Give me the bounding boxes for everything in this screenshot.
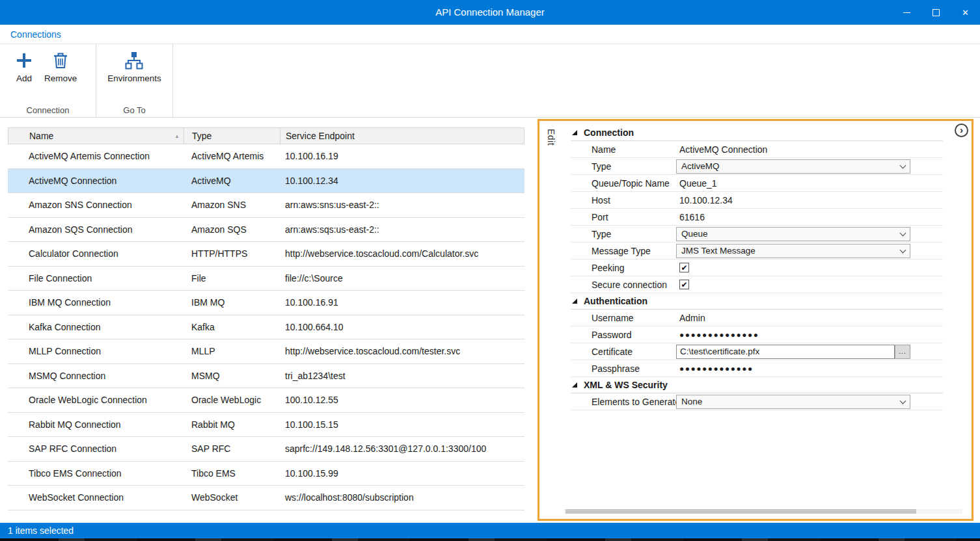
ribbon-group-goto: Environments Go To [96, 44, 173, 117]
cell-type: Amazon SQS [184, 224, 280, 235]
table-row-mllp-connection[interactable]: MLLP ConnectionMLLPhttp://webservice.tos… [8, 339, 524, 364]
browse-button[interactable]: ... [895, 345, 910, 359]
table-row-rabbit-mq-connection[interactable]: Rabbit MQ ConnectionRabbit MQ10.100.15.1… [8, 413, 524, 438]
text-field-username[interactable]: Admin [676, 313, 705, 323]
password-field-password[interactable]: ●●●●●●●●●●●●●● [676, 330, 759, 339]
column-header-type[interactable]: Type [184, 128, 280, 144]
file-input-certificate[interactable]: C:\test\certificate.pfx [676, 345, 895, 359]
connection-table: Name ▲ Type Service Endpoint ActiveMQ Ar… [8, 127, 524, 510]
cell-name: ActiveMQ Artemis Connection [8, 151, 184, 161]
property-label: Port [571, 212, 676, 222]
remove-button[interactable]: Remove [39, 48, 82, 83]
table-row-file-connection[interactable]: File ConnectionFilefile://c:\Source [8, 267, 524, 291]
ribbon-group-goto-label: Go To [96, 105, 172, 115]
add-button-label: Add [16, 73, 32, 83]
property-row-secure-connection: Secure connection✔ [571, 276, 943, 293]
property-value: Admin [676, 313, 943, 323]
close-button[interactable]: ✕ [951, 0, 980, 25]
property-value: ●●●●●●●●●●●●● [676, 364, 943, 373]
table-row-ibm-mq-connection[interactable]: IBM MQ ConnectionIBM MQ10.100.16.91 [8, 291, 524, 315]
cell-name: Amazon SQS Connection [8, 224, 184, 235]
column-header-service-endpoint[interactable]: Service Endpoint [280, 128, 524, 144]
table-row-oracle-weblogic-connection[interactable]: Oracle WebLogic ConnectionOracle WebLogi… [8, 388, 524, 413]
status-text: 1 items selected [8, 525, 74, 536]
table-row-activemq-connection[interactable]: ActiveMQ ConnectionActiveMQ10.100.12.34 [8, 169, 524, 194]
property-value: ActiveMQ Connection [676, 144, 943, 155]
window-title: API Connection Manager [0, 0, 980, 25]
table-row-calculator-connection[interactable]: Calculator ConnectionHTTP/HTTPShttp://we… [8, 242, 524, 267]
cell-name: File Connection [8, 273, 184, 284]
expander-icon [572, 130, 577, 135]
add-button[interactable]: Add [9, 48, 39, 83]
group-label: Authentication [584, 296, 647, 306]
property-value: 10.100.12.34 [676, 195, 943, 205]
cell-service_endpoint: http://webservice.toscacloud.com/tester.… [280, 346, 524, 356]
minimize-icon [903, 12, 910, 13]
table-row-kafka-connection[interactable]: Kafka ConnectionKafka10.100.664.10 [8, 315, 524, 340]
title-bar: API Connection Manager ✕ [0, 0, 980, 25]
checkbox-peeking[interactable]: ✔ [679, 263, 689, 272]
environments-icon [124, 51, 144, 70]
table-row-tibco-ems-connection[interactable]: Tibco EMS ConnectionTibco EMS10.100.15.9… [8, 462, 524, 486]
property-row-certificate: CertificateC:\test\certificate.pfx... [571, 343, 943, 360]
window-controls: ✕ [892, 0, 980, 25]
status-bar: 1 items selected [0, 523, 980, 538]
property-row-username: UsernameAdmin [571, 310, 943, 326]
group-label: XML & WS Security [584, 380, 668, 390]
property-label: Type [571, 229, 676, 239]
text-field-host[interactable]: 10.100.12.34 [676, 195, 733, 205]
property-label: Name [571, 144, 676, 155]
cell-service_endpoint: saprfc://149.148.12.56:3301@127.0.0.1:33… [280, 443, 524, 454]
table-row-amazon-sqs-connection[interactable]: Amazon SQS ConnectionAmazon SQSarn:aws:s… [8, 218, 524, 243]
table-header: Name ▲ Type Service Endpoint [8, 127, 524, 144]
group-header-authentication[interactable]: Authentication [571, 293, 943, 310]
scrollbar-thumb[interactable] [565, 509, 916, 514]
dropdown-value: Queue [681, 229, 708, 239]
environments-button[interactable]: Environments [102, 48, 167, 83]
table-row-websocket-connection[interactable]: WebSocket ConnectionWebSocketws://localh… [8, 486, 524, 510]
password-field-passphrase[interactable]: ●●●●●●●●●●●●● [676, 364, 754, 373]
api-connection-manager-window: API Connection Manager ✕ Connections [0, 0, 980, 541]
property-value: JMS Text Message [676, 244, 943, 258]
group-header-connection[interactable]: Connection [571, 125, 943, 141]
cell-name: Rabbit MQ Connection [8, 419, 184, 430]
text-field-name[interactable]: ActiveMQ Connection [676, 144, 767, 155]
property-value: ActiveMQ [676, 159, 943, 174]
dropdown-type[interactable]: ActiveMQ [676, 159, 910, 174]
cell-service_endpoint: 100.10.12.55 [280, 395, 524, 405]
cell-type: SAP RFC [184, 443, 280, 454]
plus-icon [14, 51, 34, 70]
property-row-name: NameActiveMQ Connection [571, 141, 943, 158]
column-header-name[interactable]: Name ▲ [8, 128, 184, 144]
cell-type: File [184, 273, 280, 284]
dropdown-type[interactable]: Queue [676, 227, 910, 241]
edit-tab[interactable]: Edit [546, 129, 556, 146]
property-label: Secure connection [571, 280, 676, 290]
ribbon-body: Add Remove Con [0, 44, 980, 117]
table-row-activemq-artemis-connection[interactable]: ActiveMQ Artemis ConnectionActiveMQ Arte… [8, 144, 524, 169]
property-value: ✔ [676, 280, 943, 289]
maximize-button[interactable] [921, 0, 951, 25]
table-row-msmq-connection[interactable]: MSMQ ConnectionMSMQtri_ab1234\test [8, 364, 524, 389]
dropdown-elements-to-generate[interactable]: None [676, 395, 910, 409]
table-row-amazon-sns-connection[interactable]: Amazon SNS ConnectionAmazon SNSarn:aws:s… [8, 193, 524, 218]
group-label: Connection [584, 127, 634, 138]
chevron-down-icon [900, 246, 906, 253]
tab-connections[interactable]: Connections [10, 29, 61, 40]
dropdown-message-type[interactable]: JMS Text Message [676, 244, 910, 258]
group-header-xml-ws-security[interactable]: XML & WS Security [571, 377, 943, 393]
cell-service_endpoint: tri_ab1234\test [280, 371, 524, 381]
table-row-sap-rfc-connection[interactable]: SAP RFC ConnectionSAP RFCsaprfc://149.14… [8, 437, 524, 462]
cell-type: Tibco EMS [184, 468, 280, 479]
cell-type: Oracle WebLogic [184, 395, 280, 405]
cell-service_endpoint: 10.100.16.19 [280, 151, 524, 161]
minimize-button[interactable] [892, 0, 921, 25]
horizontal-scrollbar[interactable] [564, 509, 962, 514]
checkbox-secure-connection[interactable]: ✔ [679, 280, 689, 289]
property-label: Username [571, 313, 676, 323]
ribbon-group-connection: Add Remove Con [0, 44, 96, 117]
text-field-queue-topic-name[interactable]: Queue_1 [676, 178, 717, 189]
collapse-panel-button[interactable]: › [955, 124, 968, 137]
text-field-port[interactable]: 61616 [676, 212, 705, 222]
cell-service_endpoint: 10.100.16.91 [280, 297, 524, 308]
